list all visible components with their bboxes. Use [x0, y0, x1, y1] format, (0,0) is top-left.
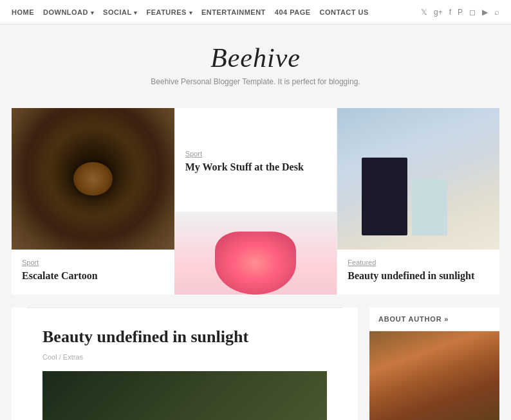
- post-right-image[interactable]: [337, 108, 499, 250]
- desk-image: [337, 108, 499, 250]
- featured-article: Beauty undefined in sunlight Cool / Extr…: [12, 307, 358, 420]
- post-middle-bottom[interactable]: [174, 212, 337, 294]
- bottom-row: Beauty undefined in sunlight Cool / Extr…: [12, 307, 499, 420]
- post-middle-top: Sport My Work Stuff at the Desk: [174, 108, 337, 212]
- post-left-category[interactable]: Sport: [22, 259, 164, 266]
- post-left-title: Escalate Cartoon: [22, 269, 164, 283]
- about-author-widget: ABOUT AUTHOR »: [369, 307, 499, 420]
- nav-entertainment[interactable]: ENTERTAINMENT: [201, 8, 266, 16]
- chevron-down-icon: ▾: [189, 10, 193, 16]
- post-left-info: Sport Escalate Cartoon: [12, 250, 174, 295]
- post-left: Sport Escalate Cartoon: [12, 108, 174, 295]
- featured-cat2[interactable]: Extras: [63, 353, 83, 361]
- featured-image[interactable]: [42, 371, 327, 420]
- author-photo: [369, 331, 499, 420]
- about-author-header: ABOUT AUTHOR »: [369, 307, 499, 331]
- nav-404[interactable]: 404 PAGE: [275, 8, 311, 16]
- featured-article-inner: Beauty undefined in sunlight Cool / Extr…: [27, 307, 342, 420]
- facebook-icon[interactable]: f: [449, 8, 451, 17]
- featured-cat1[interactable]: Cool: [42, 353, 57, 361]
- post-middle-image: [174, 212, 337, 294]
- author-image[interactable]: [369, 331, 499, 420]
- featured-meta: Cool / Extras: [42, 353, 327, 361]
- post-left-image[interactable]: [12, 108, 174, 250]
- post-middle-title: My Work Stuff at the Desk: [185, 161, 327, 174]
- youtube-icon[interactable]: ▶: [482, 8, 488, 17]
- nav-links: HOME DOWNLOAD ▾ SOCIAL ▾ FEATURES ▾ ENTE…: [12, 8, 369, 16]
- post-grid: Sport Escalate Cartoon Sport My Work Stu…: [12, 108, 499, 295]
- featured-photo: [42, 371, 327, 420]
- post-right-category[interactable]: Featured: [348, 259, 489, 266]
- vimeo-icon[interactable]: ◻: [469, 8, 476, 17]
- main-content: Sport Escalate Cartoon Sport My Work Stu…: [0, 100, 511, 420]
- navigation: HOME DOWNLOAD ▾ SOCIAL ▾ FEATURES ▾ ENTE…: [0, 0, 511, 24]
- twitter-icon[interactable]: 𝕏: [421, 8, 427, 17]
- pinterest-icon[interactable]: P: [458, 8, 463, 17]
- sidebar: ABOUT AUTHOR »: [358, 307, 499, 420]
- post-right-title: Beauty undefined in sunlight: [348, 269, 489, 283]
- about-author-label[interactable]: ABOUT AUTHOR »: [378, 315, 449, 323]
- site-header: Beehive Beehive Personal Blogger Templat…: [0, 24, 511, 100]
- site-subtitle: Beehive Personal Blogger Template. It is…: [13, 77, 498, 86]
- post-right: Featured Beauty undefined in sunlight: [337, 108, 499, 295]
- google-plus-icon[interactable]: g+: [434, 8, 443, 17]
- featured-title: Beauty undefined in sunlight: [42, 327, 327, 347]
- post-right-info: Featured Beauty undefined in sunlight: [337, 250, 499, 295]
- chevron-down-icon: ▾: [134, 10, 138, 16]
- coffee-image: [12, 108, 174, 250]
- dress-image: [174, 212, 337, 294]
- post-middle-category[interactable]: Sport: [185, 150, 327, 158]
- nav-home[interactable]: HOME: [12, 8, 34, 16]
- nav-download[interactable]: DOWNLOAD ▾: [43, 8, 94, 16]
- post-middle: Sport My Work Stuff at the Desk: [174, 108, 337, 295]
- site-title: Beehive: [13, 42, 498, 73]
- nav-social-icons: 𝕏 g+ f P ◻ ▶ ⌕: [421, 7, 499, 17]
- nav-social[interactable]: SOCIAL ▾: [103, 8, 137, 16]
- search-icon[interactable]: ⌕: [494, 7, 499, 17]
- nav-features[interactable]: FEATURES ▾: [146, 8, 192, 16]
- nav-contact[interactable]: CONTACT US: [320, 8, 369, 16]
- chevron-down-icon: ▾: [91, 10, 95, 16]
